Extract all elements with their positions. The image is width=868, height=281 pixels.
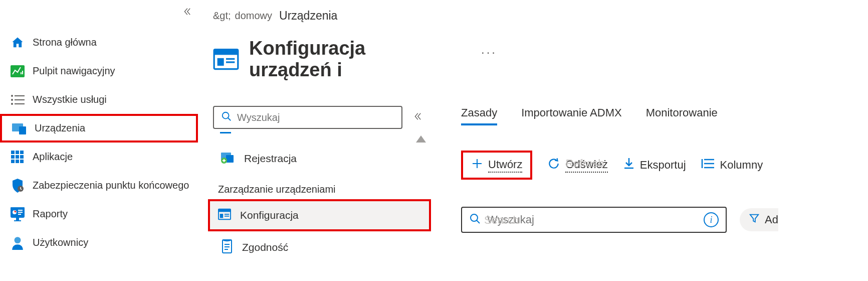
filter-button[interactable]: Ad [740, 208, 778, 231]
svg-rect-41 [219, 209, 231, 212]
user-icon [10, 235, 25, 250]
svg-rect-43 [225, 214, 229, 215]
nav-label: Strona główna [33, 37, 97, 48]
columns-button[interactable]: Kolumny [701, 158, 763, 172]
subnav-search-input[interactable] [237, 112, 394, 123]
filter-icon [749, 213, 760, 227]
tabs: Zasady Importowanie ADMX Monitorowanie [461, 106, 868, 125]
page-title: Konfiguracja urządzeń i [249, 38, 441, 81]
svg-rect-7 [15, 99, 25, 100]
nav-label: Wszystkie usługi [33, 94, 107, 105]
svg-point-29 [15, 237, 21, 243]
nav-all-services[interactable]: Wszystkie usługi [0, 85, 198, 114]
nav-label: Użytkownicy [33, 237, 88, 248]
svg-rect-38 [226, 155, 234, 163]
svg-rect-33 [226, 58, 235, 60]
svg-rect-18 [16, 160, 19, 163]
left-sidebar: Strona główna Pulpit nawigacyjny Wszystk… [0, 0, 198, 281]
nav-label: Pulpit nawigacyjny [33, 65, 115, 77]
nav-list: Strona główna Pulpit nawigacyjny Wszystk… [0, 4, 198, 257]
nav-label: Zabezpieczenia punktu końcowego [33, 180, 189, 191]
subnav-collapse-chevron-icon[interactable] [412, 112, 421, 123]
svg-rect-28 [14, 220, 21, 221]
svg-rect-17 [11, 160, 15, 163]
main-panel: ··· Zasady Importowanie ADMX Monitorowan… [441, 4, 868, 281]
subnav-section-device-mgmt: Zarządzanie urządzeniami [218, 184, 441, 195]
main-search-row: Search i Ad [461, 207, 868, 233]
svg-rect-32 [218, 58, 224, 66]
collapse-chevron-icon[interactable] [182, 7, 191, 19]
subnav-label: Rejestracja [244, 153, 297, 165]
svg-rect-34 [226, 61, 235, 63]
svg-rect-12 [16, 151, 19, 154]
nav-users[interactable]: Użytkownicy [0, 228, 198, 257]
svg-rect-44 [225, 215, 229, 216]
search-icon [221, 111, 232, 124]
tab-zasady[interactable]: Zasady [461, 106, 497, 125]
nav-home[interactable]: Strona główna [0, 28, 198, 57]
nav-apps[interactable]: Aplikacje [0, 143, 198, 171]
svg-point-35 [223, 112, 229, 118]
subnav-item-compliance[interactable]: Zgodność [213, 233, 441, 261]
filter-label: Ad [765, 213, 778, 226]
subnav-item-enrollment[interactable]: Rejestracja [213, 145, 441, 173]
subnav-search-row [213, 106, 441, 129]
create-button[interactable]: Utwórz [471, 158, 522, 173]
list-icon [10, 92, 25, 107]
tab-admx[interactable]: Importowanie ADMX [521, 106, 622, 125]
svg-rect-19 [20, 160, 24, 163]
svg-point-54 [471, 214, 478, 221]
tab-monitor[interactable]: Monitorowanie [646, 106, 718, 125]
plus-icon [471, 158, 483, 173]
subnav-search-box[interactable] [213, 106, 402, 129]
apps-icon [10, 150, 25, 165]
svg-point-3 [11, 95, 13, 97]
content-area: &gt; domowy Urządzenia Konfiguracja urzą… [198, 0, 868, 281]
svg-rect-47 [225, 246, 230, 247]
more-actions-icon[interactable]: ··· [481, 45, 497, 59]
subnav-item-configuration[interactable]: Konfiguracja [210, 201, 429, 229]
nav-security[interactable]: Zabezpieczenia punktu końcowego [0, 171, 198, 200]
refresh-label-under: Refresh [565, 157, 604, 170]
breadcrumb-home[interactable]: domowy [235, 10, 272, 22]
highlight-box-create: Utwórz [461, 151, 532, 180]
svg-rect-46 [225, 244, 230, 245]
export-button[interactable]: Eksportuj [623, 157, 686, 173]
info-icon[interactable]: i [704, 212, 719, 227]
main-search-box[interactable]: Search i [461, 207, 727, 233]
svg-rect-2 [22, 71, 23, 74]
svg-rect-42 [220, 214, 224, 218]
svg-rect-48 [225, 249, 228, 250]
nav-label: Aplikacje [33, 151, 73, 163]
svg-line-36 [228, 117, 231, 120]
svg-rect-24 [18, 210, 23, 211]
svg-rect-11 [11, 151, 15, 154]
scroll-up-icon[interactable] [416, 135, 426, 143]
button-label: Eksportuj [640, 159, 686, 172]
search-icon [469, 213, 481, 227]
refresh-icon [547, 157, 560, 173]
svg-rect-16 [20, 155, 24, 159]
page-header: Konfiguracja urządzeń i [213, 38, 441, 81]
search-label-under: Search [484, 214, 519, 227]
svg-rect-10 [19, 126, 26, 134]
columns-icon [701, 158, 715, 172]
compliance-icon [221, 239, 233, 256]
home-icon [10, 35, 25, 50]
svg-rect-14 [11, 155, 15, 159]
nav-reports[interactable]: Raporty [0, 200, 198, 228]
refresh-button[interactable]: Odśwież Refresh [547, 157, 607, 173]
svg-rect-1 [21, 72, 22, 74]
breadcrumb-current[interactable]: Urządzenia [279, 9, 337, 23]
subnav-label: Zgodność [242, 241, 288, 253]
nav-devices[interactable]: Urządzenia [0, 114, 198, 143]
dashboard-icon [10, 64, 25, 79]
devices-icon [12, 121, 27, 136]
nav-dashboard[interactable]: Pulpit nawigacyjny [0, 57, 198, 85]
svg-rect-15 [16, 155, 19, 159]
svg-rect-6 [15, 95, 25, 96]
svg-rect-27 [16, 217, 19, 220]
enrollment-icon [221, 152, 235, 166]
nav-label: Raporty [33, 208, 68, 220]
config-icon [218, 208, 231, 223]
